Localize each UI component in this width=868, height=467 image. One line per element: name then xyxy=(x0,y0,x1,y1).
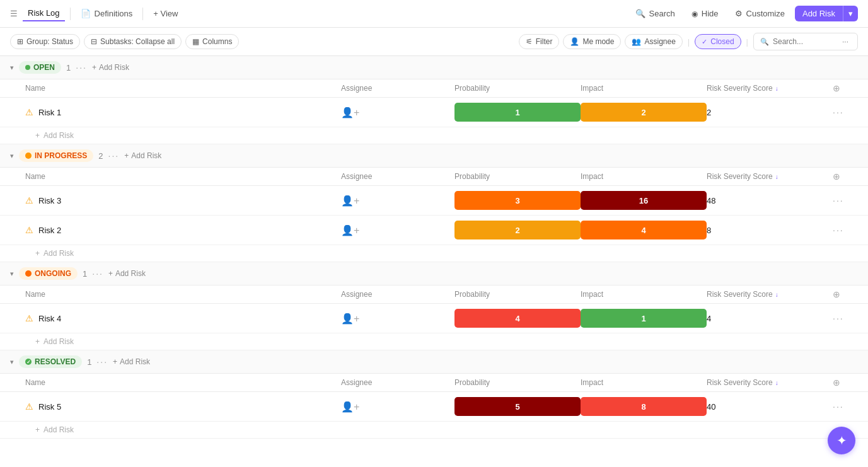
sort-icon-og[interactable]: ↓ xyxy=(775,291,778,298)
risk-3-assignee[interactable]: 👤+ xyxy=(341,195,454,207)
col-impact-ip: Impact xyxy=(581,171,707,182)
nav-right: 🔍 Search ◉ Hide ⚙ Customize Add Risk ▾ xyxy=(629,6,858,21)
risk-2-assignee-btn[interactable]: 👤+ xyxy=(341,224,359,236)
risk-4-assignee-btn[interactable]: 👤+ xyxy=(341,313,359,325)
open-add-risk-btn[interactable]: + Add Risk xyxy=(92,63,129,72)
collapse-resolved-icon[interactable]: ▾ xyxy=(10,358,14,366)
table-row: ⚠ Risk 5 👤+ 5 8 40 ··· xyxy=(0,392,868,422)
status-badge-inprogress: IN PROGRESS xyxy=(19,149,93,162)
col-probability-open: Probability xyxy=(454,83,581,93)
risk-4-assignee[interactable]: 👤+ xyxy=(341,313,454,325)
open-add-icon: + xyxy=(92,63,96,72)
warning-icon: ⚠ xyxy=(25,195,33,205)
risk-1-assignee[interactable]: 👤+ xyxy=(341,107,454,118)
nav-risk-log-label: Risk Log xyxy=(28,8,60,18)
risk-1-score: 2 xyxy=(707,108,833,117)
ongoing-section-dots[interactable]: ··· xyxy=(92,268,103,279)
hamburger-icon: ☰ xyxy=(10,9,18,18)
add-risk-button[interactable]: Add Risk xyxy=(795,6,843,21)
risk-4-name-cell: ⚠ Risk 4 xyxy=(25,313,341,323)
risk-3-assignee-btn[interactable]: 👤+ xyxy=(341,195,359,207)
warning-icon: ⚠ xyxy=(25,107,33,117)
col-impact-open: Impact xyxy=(581,83,707,93)
resolved-add-row[interactable]: + Add Risk xyxy=(0,422,868,439)
sort-icon-ip[interactable]: ↓ xyxy=(775,173,778,180)
inprogress-add-risk-btn[interactable]: + Add Risk xyxy=(124,151,161,160)
search-button[interactable]: 🔍 Search xyxy=(629,6,681,21)
collapse-open-icon[interactable]: ▾ xyxy=(10,64,14,72)
search-box-icon: 🔍 xyxy=(760,38,769,46)
risk-2-dots[interactable]: ··· xyxy=(833,225,858,235)
assignee-chip[interactable]: 👥 Assignee xyxy=(625,34,682,49)
subtasks-chip[interactable]: ⊟ Subtasks: Collapse all xyxy=(84,34,182,49)
risk-2-impact-pill: 4 xyxy=(581,221,707,239)
section-inprogress: ▾ IN PROGRESS 2 ··· + Add Risk Name Assi… xyxy=(0,144,868,262)
col-assignee-res: Assignee xyxy=(341,378,454,388)
hide-icon: ◉ xyxy=(692,9,698,18)
search-input[interactable] xyxy=(773,37,836,46)
resolved-col-headers: Name Assignee Probability Impact Risk Se… xyxy=(0,374,868,392)
open-dot-icon xyxy=(25,65,30,70)
sort-icon-res[interactable]: ↓ xyxy=(775,379,778,386)
nav-risk-log[interactable]: Risk Log xyxy=(23,6,65,21)
risk-2-score: 8 xyxy=(707,226,833,235)
risk-4-prob-pill: 4 xyxy=(454,309,581,328)
col-name-og: Name xyxy=(25,289,341,299)
warning-icon: ⚠ xyxy=(25,313,33,323)
resolved-add-risk-btn[interactable]: + Add Risk xyxy=(113,357,150,366)
col-impact-res: Impact xyxy=(581,378,707,388)
filter-chip[interactable]: ⚟ Filter xyxy=(519,34,560,49)
group-status-chip[interactable]: ⊞ Group: Status xyxy=(10,34,80,49)
add-col-og[interactable]: ⊕ xyxy=(833,289,858,299)
nav-view[interactable]: + View xyxy=(148,6,183,21)
risk-5-assignee-btn[interactable]: 👤+ xyxy=(341,401,359,413)
risk-3-dots[interactable]: ··· xyxy=(833,195,858,205)
assignee-icon: 👥 xyxy=(632,37,641,46)
risk-2-assignee[interactable]: 👤+ xyxy=(341,224,454,236)
resolved-section-dots[interactable]: ··· xyxy=(96,357,108,367)
collapse-inprogress-icon[interactable]: ▾ xyxy=(10,152,14,160)
risk-4-prob: 4 xyxy=(454,309,581,328)
risk-1-assignee-btn[interactable]: 👤+ xyxy=(341,107,359,118)
section-resolved-header: ▾ ✓ RESOLVED 1 ··· + Add Risk xyxy=(0,350,868,374)
search-box[interactable]: 🔍 ··· xyxy=(753,33,858,50)
risk-5-prob: 5 xyxy=(454,397,581,416)
nav-definitions[interactable]: 📄 Definitions xyxy=(76,6,138,21)
risk-1-prob: 1 xyxy=(454,103,581,122)
col-name-open: Name xyxy=(25,83,341,93)
risk-1-impact: 2 xyxy=(581,103,707,122)
open-add-row[interactable]: + Add Risk xyxy=(0,127,868,144)
inprogress-section-dots[interactable]: ··· xyxy=(108,151,120,161)
add-row-icon-og: + xyxy=(35,337,40,346)
add-col-open[interactable]: ⊕ xyxy=(833,83,858,93)
open-section-dots[interactable]: ··· xyxy=(76,62,87,72)
toolbar-right: ⚟ Filter 👤 Me mode 👥 Assignee | ✓ Closed… xyxy=(519,33,858,50)
risk-5-dots[interactable]: ··· xyxy=(833,401,858,412)
filter-icon: ⚟ xyxy=(526,37,533,46)
ongoing-add-row[interactable]: + Add Risk xyxy=(0,333,868,350)
table-row: ⚠ Risk 4 👤+ 4 1 4 ··· xyxy=(0,304,868,333)
collapse-ongoing-icon[interactable]: ▾ xyxy=(10,270,14,278)
sort-icon-open[interactable]: ↓ xyxy=(775,85,778,92)
search-more-icon[interactable]: ··· xyxy=(840,36,851,47)
me-mode-chip[interactable]: 👤 Me mode xyxy=(563,34,621,49)
columns-chip[interactable]: ▦ Columns xyxy=(185,34,239,49)
inprogress-count: 2 xyxy=(98,151,103,161)
add-risk-caret-button[interactable]: ▾ xyxy=(843,6,858,21)
hide-button[interactable]: ◉ Hide xyxy=(685,6,725,21)
ongoing-add-risk-btn[interactable]: + Add Risk xyxy=(108,269,146,278)
col-probability-res: Probability xyxy=(454,378,581,388)
inprogress-add-row[interactable]: + Add Risk xyxy=(0,245,868,262)
risk-2-name-cell: ⚠ Risk 2 xyxy=(25,225,341,235)
risk-4-dots[interactable]: ··· xyxy=(833,313,858,323)
add-col-ip[interactable]: ⊕ xyxy=(833,171,858,182)
closed-chip[interactable]: ✓ Closed xyxy=(695,34,741,49)
risk-5-assignee[interactable]: 👤+ xyxy=(341,401,454,413)
risk-5-name-cell: ⚠ Risk 5 xyxy=(25,401,341,412)
risk-1-dots[interactable]: ··· xyxy=(833,107,858,117)
customize-button[interactable]: ⚙ Customize xyxy=(729,6,791,21)
add-row-icon: + xyxy=(35,131,40,140)
nav-divider-2 xyxy=(142,8,143,20)
warning-icon: ⚠ xyxy=(25,401,33,412)
add-col-res[interactable]: ⊕ xyxy=(833,378,858,388)
